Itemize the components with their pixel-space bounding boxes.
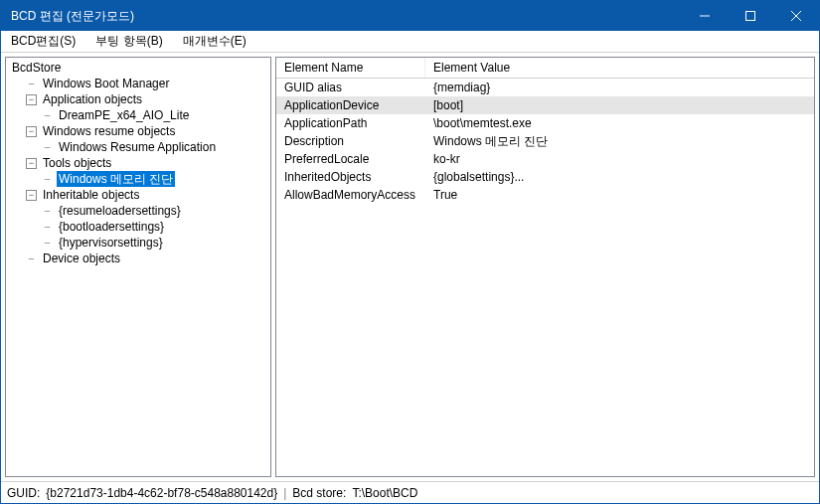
menubar: BCD편집(S) 부팅 항목(B) 매개변수(E)	[1, 31, 819, 53]
grid-pane[interactable]: Element Name Element Value GUID alias{me…	[275, 57, 815, 477]
tree-leaf-icon: –	[42, 107, 53, 123]
tree-item-resumelo[interactable]: –{resumeloadersettings}	[6, 203, 270, 219]
menu-params[interactable]: 매개변수(E)	[177, 31, 252, 52]
tree-pane[interactable]: BcdStore –Windows Boot Manager −Applicat…	[5, 57, 271, 477]
tree-leaf-icon: –	[42, 171, 53, 187]
status-guid-label: GUID:	[7, 486, 40, 500]
tree-item-inhobj[interactable]: −Inheritable objects	[6, 187, 270, 203]
window-title: BCD 편집 (전문가모드)	[11, 8, 682, 25]
grid-row[interactable]: ApplicationPath\boot\memtest.exe	[276, 114, 814, 132]
maximize-button[interactable]	[728, 1, 773, 31]
svg-rect-1	[746, 12, 755, 21]
tree-item-wbm[interactable]: –Windows Boot Manager	[6, 76, 270, 91]
minimize-button[interactable]	[682, 1, 728, 31]
status-separator: |	[283, 486, 286, 500]
grid-row[interactable]: DescriptionWindows 메모리 진단	[276, 132, 814, 150]
status-store: T:\Boot\BCD	[352, 486, 417, 500]
tree-leaf-icon: –	[42, 219, 53, 235]
tree-item-dreampe[interactable]: –DreamPE_x64_AIO_Lite	[6, 107, 270, 123]
tree-leaf-icon: –	[26, 251, 37, 266]
status-store-label: Bcd store:	[292, 486, 346, 500]
content-area: BcdStore –Windows Boot Manager −Applicat…	[1, 53, 819, 481]
tree-item-hypset[interactable]: –{hypervisorsettings}	[6, 235, 270, 251]
tree-item-bootlo[interactable]: –{bootloadersettings}	[6, 219, 270, 235]
grid-row[interactable]: ApplicationDevice[boot]	[276, 96, 814, 114]
tree: BcdStore –Windows Boot Manager −Applicat…	[6, 58, 270, 268]
tree-collapse-icon[interactable]: −	[26, 190, 37, 201]
tree-item-memdiag[interactable]: –Windows 메모리 진단	[6, 171, 270, 187]
grid-row[interactable]: InheritedObjects{globalsettings}...	[276, 168, 814, 186]
tree-leaf-icon: –	[26, 76, 37, 91]
window-buttons	[682, 1, 819, 31]
close-button[interactable]	[773, 1, 819, 31]
tree-item-devobj[interactable]: –Device objects	[6, 251, 270, 266]
tree-item-appobjs[interactable]: −Application objects	[6, 91, 270, 107]
menu-boot-items[interactable]: 부팅 항목(B)	[89, 31, 168, 52]
status-guid: {b2721d73-1db4-4c62-bf78-c548a880142d}	[46, 486, 277, 500]
tree-leaf-icon: –	[42, 235, 53, 251]
menu-bcd-edit[interactable]: BCD편집(S)	[5, 31, 82, 52]
grid-row[interactable]: GUID alias{memdiag}	[276, 79, 814, 96]
statusbar: GUID: {b2721d73-1db4-4c62-bf78-c548a8801…	[1, 481, 819, 503]
grid-row[interactable]: AllowBadMemoryAccessTrue	[276, 186, 814, 204]
tree-item-wra[interactable]: –Windows Resume Application	[6, 139, 270, 155]
tree-leaf-icon: –	[42, 139, 53, 155]
titlebar: BCD 편집 (전문가모드)	[1, 1, 819, 31]
tree-collapse-icon[interactable]: −	[26, 126, 37, 137]
grid-header: Element Name Element Value	[276, 58, 814, 79]
tree-collapse-icon[interactable]: −	[26, 94, 37, 105]
grid-row[interactable]: PreferredLocaleko-kr	[276, 150, 814, 168]
grid-header-name[interactable]: Element Name	[276, 58, 425, 78]
tree-leaf-icon: –	[42, 203, 53, 219]
tree-item-root[interactable]: BcdStore	[6, 60, 270, 76]
grid-body: GUID alias{memdiag} ApplicationDevice[bo…	[276, 79, 814, 204]
tree-item-toolsobj[interactable]: −Tools objects	[6, 155, 270, 171]
tree-collapse-icon[interactable]: −	[26, 158, 37, 169]
tree-item-wro[interactable]: −Windows resume objects	[6, 123, 270, 139]
grid-header-value[interactable]: Element Value	[425, 58, 518, 78]
